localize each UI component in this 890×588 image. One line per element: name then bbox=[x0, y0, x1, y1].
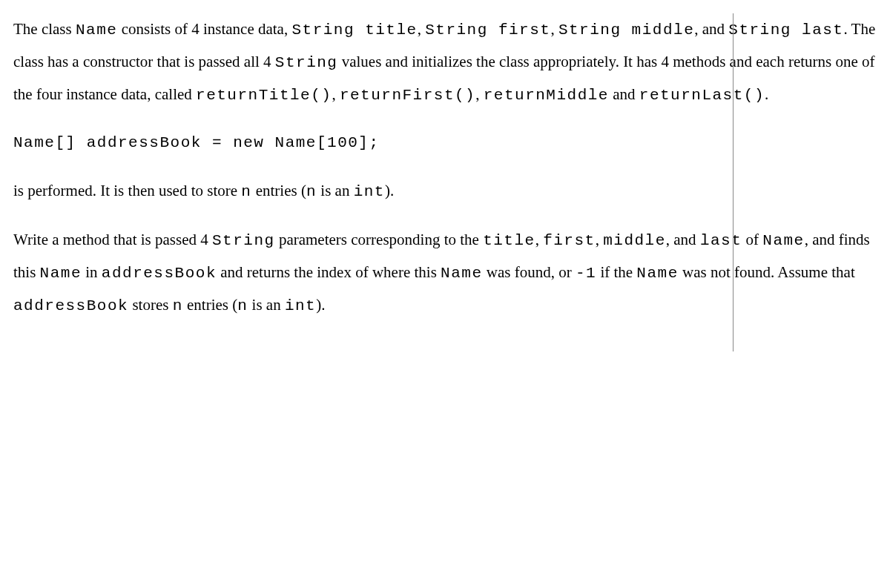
text: is an bbox=[317, 182, 354, 199]
text: was found, or bbox=[483, 263, 576, 281]
text: , bbox=[418, 20, 426, 38]
code-inline: String first bbox=[425, 22, 550, 39]
text: , bbox=[535, 231, 544, 248]
code-inline: middle bbox=[603, 232, 666, 249]
text: entries ( bbox=[183, 296, 237, 314]
text: ). bbox=[316, 296, 325, 314]
code-inline: Name bbox=[636, 265, 678, 282]
text: , bbox=[550, 20, 558, 38]
code-inline: String last bbox=[728, 22, 843, 39]
text: ). bbox=[385, 182, 394, 199]
text: and bbox=[609, 85, 639, 103]
code-inline: n bbox=[241, 183, 251, 200]
text: consists of 4 instance data, bbox=[117, 20, 291, 38]
code-inline: returnTitle() bbox=[196, 87, 332, 104]
code-inline: Name bbox=[40, 265, 82, 282]
code-inline: Name bbox=[441, 265, 482, 282]
text: The class bbox=[13, 20, 76, 38]
text: , bbox=[475, 85, 484, 103]
text: is performed. It is then used to store bbox=[13, 182, 241, 199]
code-inline: Name bbox=[762, 232, 804, 249]
text: stores bbox=[128, 296, 173, 314]
code-inline: -1 bbox=[576, 265, 596, 282]
code-inline: String middle bbox=[558, 22, 694, 39]
text: , bbox=[332, 85, 340, 103]
code-inline: int bbox=[354, 183, 385, 200]
code-inline: n bbox=[237, 297, 248, 314]
text: if the bbox=[596, 263, 636, 281]
text: was not found. Assume that bbox=[679, 263, 855, 281]
code-inline: String bbox=[212, 232, 275, 249]
code-inline: returnMiddle bbox=[484, 87, 609, 104]
code-inline: title bbox=[483, 232, 535, 249]
text: and returns the index of where this bbox=[217, 263, 441, 281]
text: . bbox=[765, 85, 768, 103]
vertical-divider bbox=[733, 13, 734, 351]
paragraph-1: The class Name consists of 4 instance da… bbox=[13, 13, 890, 111]
text: , and bbox=[694, 20, 728, 38]
code-inline: first bbox=[543, 232, 596, 249]
code-inline: String title bbox=[291, 22, 417, 39]
paragraph-3: Write a method that is passed 4 String p… bbox=[13, 224, 890, 322]
text: is an bbox=[248, 296, 285, 314]
text: , and bbox=[666, 231, 700, 248]
code-inline: returnFirst() bbox=[340, 87, 475, 104]
code-block: Name[] addressBook = new Name[100]; bbox=[13, 128, 890, 159]
text: in bbox=[82, 263, 102, 281]
code-inline: n bbox=[306, 183, 317, 200]
document-page: The class Name consists of 4 instance da… bbox=[13, 13, 890, 322]
text: entries ( bbox=[251, 182, 306, 199]
code-inline: last bbox=[700, 232, 742, 249]
code-inline: n bbox=[173, 297, 183, 314]
text: parameters corresponding to the bbox=[275, 231, 484, 248]
code-inline: addressBook bbox=[102, 265, 217, 282]
code-inline: int bbox=[285, 297, 316, 314]
code-inline: addressBook bbox=[13, 297, 128, 314]
code-inline: Name bbox=[76, 22, 117, 39]
code-inline: returnLast() bbox=[639, 87, 765, 104]
paragraph-2: is performed. It is then used to store n… bbox=[13, 175, 890, 208]
text: Write a method that is passed 4 bbox=[13, 231, 212, 248]
text: of bbox=[742, 231, 762, 248]
text: , bbox=[596, 231, 604, 248]
code-inline: String bbox=[275, 54, 338, 71]
